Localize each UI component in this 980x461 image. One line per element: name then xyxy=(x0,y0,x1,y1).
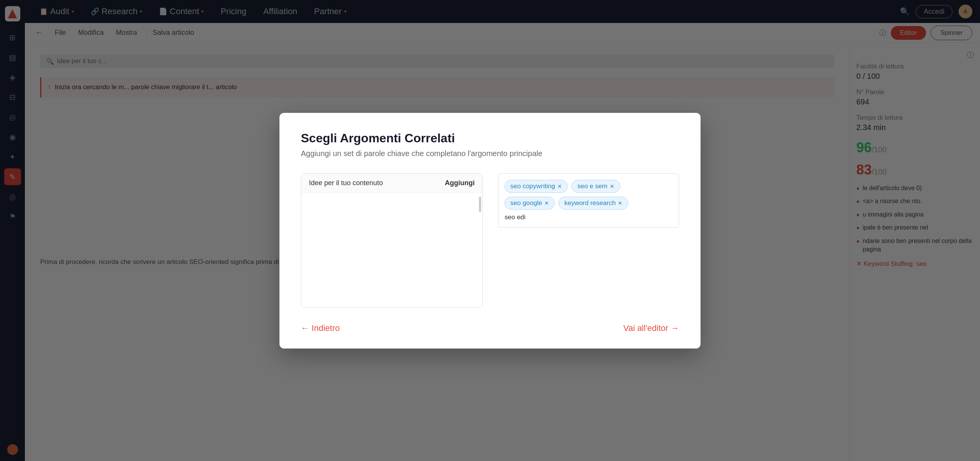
tag-seo-copywriting-remove[interactable]: ✕ xyxy=(557,183,562,189)
tags-area[interactable]: seo copywriting ✕ seo e sem ✕ seo google… xyxy=(498,173,679,228)
modal-left-panel: Idee per il tuo contenuto Aggiungi xyxy=(301,173,483,308)
tag-seo-e-sem-label: seo e sem xyxy=(577,182,607,190)
modal-add-button[interactable]: Aggiungi xyxy=(445,179,475,187)
tag-keyword-research-remove[interactable]: ✕ xyxy=(618,200,622,206)
modal-left-content[interactable] xyxy=(301,193,482,308)
modal: Scegli Argomenti Correlati Aggiungi un s… xyxy=(279,113,701,349)
tag-seo-e-sem: seo e sem ✕ xyxy=(572,180,620,193)
modal-scrollbar[interactable] xyxy=(479,193,481,308)
tag-seo-google: seo google ✕ xyxy=(505,197,555,210)
tag-seo-copywriting: seo copywriting ✕ xyxy=(505,180,568,193)
modal-title: Scegli Argomenti Correlati xyxy=(301,131,679,145)
tag-seo-copywriting-label: seo copywriting xyxy=(510,182,555,190)
tag-seo-google-label: seo google xyxy=(510,199,542,207)
modal-subtitle: Aggiungi un set di parole chiave che com… xyxy=(301,149,679,158)
modal-footer: ← Indietro Vai all'editor → xyxy=(301,323,679,333)
modal-overlay[interactable]: Scegli Argomenti Correlati Aggiungi un s… xyxy=(0,0,980,461)
tag-keyword-research: keyword research ✕ xyxy=(559,197,628,210)
back-button[interactable]: ← Indietro xyxy=(301,323,340,333)
modal-left-header: Idee per il tuo contenuto Aggiungi xyxy=(301,174,482,193)
tag-keyword-research-label: keyword research xyxy=(564,199,616,207)
tag-seo-google-remove[interactable]: ✕ xyxy=(544,200,549,206)
modal-right-panel: seo copywriting ✕ seo e sem ✕ seo google… xyxy=(498,173,679,308)
tag-input[interactable] xyxy=(505,213,586,221)
modal-left-header-title: Idee per il tuo contenuto xyxy=(309,179,383,187)
go-editor-button[interactable]: Vai all'editor → xyxy=(623,323,679,333)
modal-scrollbar-thumb xyxy=(479,197,481,212)
modal-body: Idee per il tuo contenuto Aggiungi seo c… xyxy=(301,173,679,308)
tag-seo-e-sem-remove[interactable]: ✕ xyxy=(610,183,614,189)
